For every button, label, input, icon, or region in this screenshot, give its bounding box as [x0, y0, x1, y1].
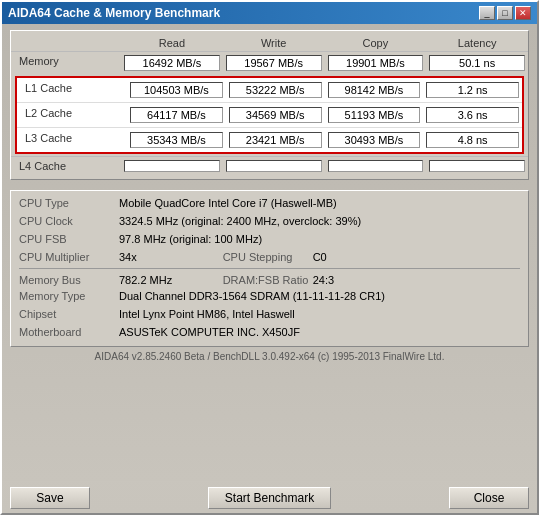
- maximize-button[interactable]: □: [497, 6, 513, 20]
- cache-highlight-group: L1 Cache 104503 MB/s 53222 MB/s 98142 MB…: [15, 76, 524, 154]
- cpu-clock-label: CPU Clock: [19, 215, 119, 227]
- table-row-l4: L4 Cache: [11, 156, 528, 175]
- col-write-header: Write: [223, 37, 325, 49]
- cpu-stepping-label: CPU Stepping: [223, 251, 313, 263]
- benchmark-table: Read Write Copy Latency Memory 16492 MB/…: [10, 30, 529, 180]
- cpu-fsb-label: CPU FSB: [19, 233, 119, 245]
- system-info-section: CPU Type Mobile QuadCore Intel Core i7 (…: [10, 190, 529, 347]
- l3-label: L3 Cache: [17, 132, 127, 148]
- mem-bus-dram-row: Memory Bus 782.2 MHz DRAM:FSB Ratio 24:3: [19, 272, 520, 288]
- cpu-type-label: CPU Type: [19, 197, 119, 209]
- memory-bus-label: Memory Bus: [19, 274, 119, 286]
- l2-latency: 3.6 ns: [426, 107, 519, 123]
- l3-write: 23421 MB/s: [229, 132, 322, 148]
- cpu-mult-stepping-row: CPU Multiplier 34x CPU Stepping C0: [19, 249, 520, 265]
- cpu-mult-value: 34x: [119, 251, 223, 263]
- col-read-header: Read: [121, 37, 223, 49]
- cpu-mult-label: CPU Multiplier: [19, 251, 119, 263]
- col-copy-header: Copy: [325, 37, 427, 49]
- l4-copy: [328, 160, 424, 172]
- l4-write: [226, 160, 322, 172]
- dram-fsb-label: DRAM:FSB Ratio: [223, 274, 313, 286]
- table-row-l1: L1 Cache 104503 MB/s 53222 MB/s 98142 MB…: [17, 78, 522, 102]
- cpu-type-row: CPU Type Mobile QuadCore Intel Core i7 (…: [19, 195, 520, 213]
- l1-label: L1 Cache: [17, 82, 127, 98]
- motherboard-label: Motherboard: [19, 326, 119, 338]
- cpu-stepping-value: C0: [313, 251, 520, 263]
- cpu-fsb-row: CPU FSB 97.8 MHz (original: 100 MHz): [19, 231, 520, 249]
- cpu-clock-row: CPU Clock 3324.5 MHz (original: 2400 MHz…: [19, 213, 520, 231]
- dram-fsb-value: 24:3: [313, 274, 520, 286]
- l4-latency: [429, 160, 525, 172]
- l3-copy: 30493 MB/s: [328, 132, 421, 148]
- l2-copy: 51193 MB/s: [328, 107, 421, 123]
- memory-type-value: Dual Channel DDR3-1564 SDRAM (11-11-11-2…: [119, 290, 520, 302]
- memory-read: 16492 MB/s: [124, 55, 220, 71]
- l3-latency: 4.8 ns: [426, 132, 519, 148]
- l4-label: L4 Cache: [11, 160, 121, 172]
- memory-copy: 19901 MB/s: [328, 55, 424, 71]
- title-bar: AIDA64 Cache & Memory Benchmark _ □ ✕: [2, 2, 537, 24]
- table-row-l3: L3 Cache 35343 MB/s 23421 MB/s 30493 MB/…: [17, 127, 522, 152]
- col-label-header: [11, 37, 121, 49]
- memory-type-row: Memory Type Dual Channel DDR3-1564 SDRAM…: [19, 288, 520, 306]
- l1-read: 104503 MB/s: [130, 82, 223, 98]
- motherboard-row: Motherboard ASUSTeK COMPUTER INC. X450JF: [19, 324, 520, 342]
- window-title: AIDA64 Cache & Memory Benchmark: [8, 6, 220, 20]
- close-button[interactable]: Close: [449, 487, 529, 509]
- motherboard-value: ASUSTeK COMPUTER INC. X450JF: [119, 326, 520, 338]
- chipset-value: Intel Lynx Point HM86, Intel Haswell: [119, 308, 520, 320]
- table-row-l2: L2 Cache 64117 MB/s 34569 MB/s 51193 MB/…: [17, 102, 522, 127]
- l1-latency: 1.2 ns: [426, 82, 519, 98]
- memory-type-label: Memory Type: [19, 290, 119, 302]
- l1-write: 53222 MB/s: [229, 82, 322, 98]
- memory-label: Memory: [11, 55, 121, 71]
- memory-bus-value: 782.2 MHz: [119, 274, 223, 286]
- info-divider-1: [19, 268, 520, 269]
- footer-text: AIDA64 v2.85.2460 Beta / BenchDLL 3.0.49…: [10, 351, 529, 362]
- minimize-button[interactable]: _: [479, 6, 495, 20]
- l2-label: L2 Cache: [17, 107, 127, 123]
- start-benchmark-button[interactable]: Start Benchmark: [208, 487, 331, 509]
- spacer: [10, 180, 529, 186]
- main-window: AIDA64 Cache & Memory Benchmark _ □ ✕ Re…: [0, 0, 539, 515]
- cpu-clock-value: 3324.5 MHz (original: 2400 MHz, overcloc…: [119, 215, 520, 227]
- main-content: Read Write Copy Latency Memory 16492 MB/…: [2, 24, 537, 481]
- l2-read: 64117 MB/s: [130, 107, 223, 123]
- l4-read: [124, 160, 220, 172]
- button-bar: Save Start Benchmark Close: [2, 481, 537, 513]
- window-close-button[interactable]: ✕: [515, 6, 531, 20]
- l2-write: 34569 MB/s: [229, 107, 322, 123]
- title-controls: _ □ ✕: [479, 6, 531, 20]
- save-button[interactable]: Save: [10, 487, 90, 509]
- memory-write: 19567 MB/s: [226, 55, 322, 71]
- chipset-label: Chipset: [19, 308, 119, 320]
- col-latency-header: Latency: [426, 37, 528, 49]
- l1-copy: 98142 MB/s: [328, 82, 421, 98]
- cpu-type-value: Mobile QuadCore Intel Core i7 (Haswell-M…: [119, 197, 520, 209]
- cpu-fsb-value: 97.8 MHz (original: 100 MHz): [119, 233, 520, 245]
- table-header: Read Write Copy Latency: [11, 35, 528, 51]
- memory-latency: 50.1 ns: [429, 55, 525, 71]
- l3-read: 35343 MB/s: [130, 132, 223, 148]
- chipset-row: Chipset Intel Lynx Point HM86, Intel Has…: [19, 306, 520, 324]
- table-row-memory: Memory 16492 MB/s 19567 MB/s 19901 MB/s …: [11, 51, 528, 74]
